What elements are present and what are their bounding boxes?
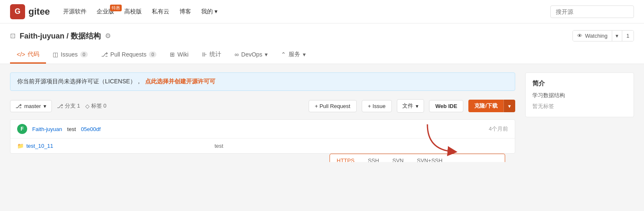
main-layout: 你当前开源项目尚未选择许可证（LICENSE）， 点此选择并创建开源许可可 ⎇ … [0,64,644,162]
pull-requests-icon: ⎇ [101,51,108,58]
branch-button[interactable]: ⎇ master ▾ [10,100,52,112]
clone-popup: HTTPS SSH SVN SVN+SSH 复制 [330,154,505,162]
file-name[interactable]: 📁 test_10_11 [17,143,210,149]
header: G gitee 开源软件 企业版 特惠 高校版 私有云 博客 我的 ▾ [0,0,644,23]
controls-row: ⎇ master ▾ ⎇ 分支 1 ◇ 标签 0 + Pull Request … [10,99,515,113]
clone-tab-svn-ssh[interactable]: SVN+SSH [410,154,449,162]
tab-pull-requests[interactable]: ⎇ Pull Requests 0 [95,47,164,63]
branch-info: ⎇ 分支 1 ◇ 标签 0 [57,102,107,110]
search-box [550,5,634,18]
eye-icon: 👁 [577,33,583,39]
branch-label: master [24,103,41,109]
webide-button[interactable]: Web IDE [429,100,464,112]
pull-request-button[interactable]: + Pull Request [309,100,357,112]
wiki-icon: ⊞ [170,51,175,58]
nav-enterprise[interactable]: 企业版 特惠 [97,8,114,15]
nav-private-cloud[interactable]: 私有云 [152,8,169,15]
tab-service[interactable]: ⌃ 服务 ▾ [274,46,312,64]
repo-name-link[interactable]: 数据结构 [71,32,101,40]
repo-title-left: ⊡ Faith-juyuan / 数据结构 ⚙ [10,31,111,41]
nav-open-source[interactable]: 开源软件 [63,8,87,15]
nav-mine[interactable]: 我的 ▾ [201,8,217,15]
pull-requests-count: 0 [149,51,156,57]
commit-time: 4个月前 [489,125,508,133]
clone-dropdown-button[interactable]: ▾ [503,100,515,112]
sidebar: 简介 学习数据结构 暂无标签 [525,72,634,154]
clone-group: 克隆/下载 ▾ [468,100,515,112]
clone-button[interactable]: 克隆/下载 [468,100,503,112]
nav-items: 开源软件 企业版 特惠 高校版 私有云 博客 我的 ▾ [63,8,537,15]
commit-hash[interactable]: 05e00df [81,126,101,132]
sidebar-tags: 暂无标签 [532,103,627,110]
devops-icon: ∞ [235,51,239,58]
sub-header: ⊡ Faith-juyuan / 数据结构 ⚙ 👁 Watching ▾ 1 <… [0,23,644,64]
tab-code[interactable]: </> 代码 [10,46,46,64]
license-notice-text: 你当前开源项目尚未选择许可证（LICENSE）， [17,78,142,85]
tabs: </> 代码 ◫ Issues 0 ⎇ Pull Requests 0 ⊞ Wi… [10,46,634,64]
watching-label: Watching [585,33,608,39]
license-notice: 你当前开源项目尚未选择许可证（LICENSE）， 点此选择并创建开源许可可 [10,72,515,91]
issues-count: 0 [80,51,88,57]
file-list: F Faith-juyuan test 05e00df 4个月前 📁 test_… [10,119,515,154]
branch-dropdown-icon: ▾ [43,103,46,109]
watching-dropdown-btn[interactable]: ▾ [612,31,622,41]
sidebar-title: 简介 [532,80,627,87]
folder-icon: 📁 [17,143,24,149]
tab-issues[interactable]: ◫ Issues 0 [46,47,95,63]
logo-icon[interactable]: G [10,4,25,19]
file-dropdown-icon: ▾ [416,103,419,109]
nav-university[interactable]: 高校版 [124,8,142,15]
file-desc: test [215,143,503,149]
repo-breadcrumb: Faith-juyuan / 数据结构 [20,31,101,41]
clone-tab-https[interactable]: HTTPS [330,154,361,162]
logo-text: gitee [28,6,50,17]
file-button[interactable]: 文件 ▾ [397,99,424,113]
main-content: 你当前开源项目尚未选择许可证（LICENSE）， 点此选择并创建开源许可可 ⎇ … [10,72,515,154]
tag-count-item: ◇ 标签 0 [85,102,107,110]
issue-button[interactable]: + Issue [362,100,392,112]
sidebar-intro: 简介 学习数据结构 暂无标签 [525,72,634,117]
clone-tab-ssh[interactable]: SSH [361,154,386,162]
repo-title-row: ⊡ Faith-juyuan / 数据结构 ⚙ 👁 Watching ▾ 1 [10,30,634,41]
repo-icon: ⊡ [10,32,15,40]
commit-message: test [67,126,76,132]
watching-main-btn[interactable]: 👁 Watching [573,31,612,41]
branch-count-label: 分支 1 [65,102,80,110]
tag-count-label: 标签 0 [91,102,107,110]
devops-dropdown-icon: ▾ [265,51,268,58]
service-icon: ⌃ [281,51,286,58]
award-icon[interactable]: ⚙ [105,32,111,40]
table-row: 📁 test_10_11 test [10,139,515,153]
clone-tab-svn[interactable]: SVN [386,154,410,162]
clone-popup-tabs: HTTPS SSH SVN SVN+SSH [330,154,505,162]
tag-icon: ◇ [85,103,89,109]
logo-area: G gitee [10,4,50,19]
watching-button-group: 👁 Watching ▾ 1 [572,30,634,41]
tab-devops[interactable]: ∞ DevOps ▾ [228,47,275,63]
repo-owner-link[interactable]: Faith-juyuan [20,32,64,40]
code-icon: </> [17,51,25,58]
issues-icon: ◫ [53,51,58,58]
search-input[interactable] [550,5,634,18]
tab-wiki[interactable]: ⊞ Wiki [163,47,195,63]
branch-count-item: ⎇ 分支 1 [57,102,80,110]
branch-icon: ⎇ [15,103,22,109]
nav-blog[interactable]: 博客 [179,8,191,15]
tab-stats[interactable]: ⊪ 统计 [195,46,228,64]
watching-count: 1 [622,31,634,41]
commit-row: F Faith-juyuan test 05e00df 4个月前 [10,120,515,139]
enterprise-badge: 特惠 [110,5,122,11]
sidebar-desc: 学习数据结构 [532,92,627,99]
service-dropdown-icon: ▾ [303,51,306,58]
commit-avatar: F [17,124,27,134]
branch-count-icon: ⎇ [57,103,63,109]
stats-icon: ⊪ [202,51,207,58]
commit-author[interactable]: Faith-juyuan [32,126,62,132]
license-notice-link[interactable]: 点此选择并创建开源许可可 [145,78,215,85]
